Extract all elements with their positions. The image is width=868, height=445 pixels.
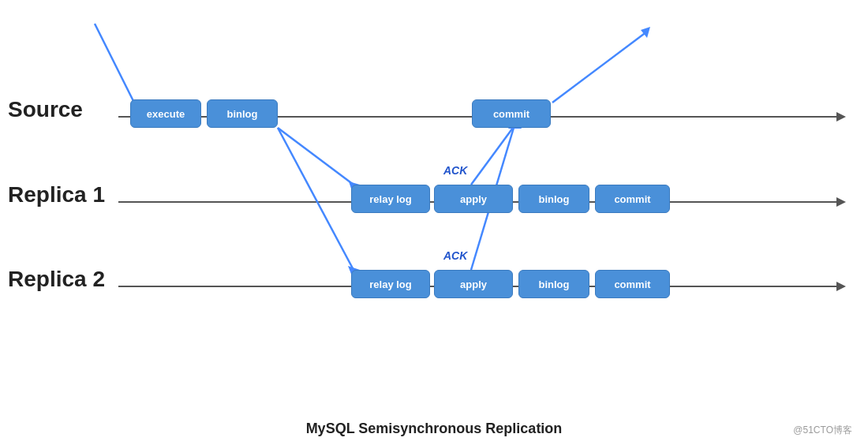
binlog-source-box: binlog bbox=[207, 99, 278, 128]
diagram: Source Replica 1 Replica 2 execute binlo… bbox=[0, 0, 868, 387]
relay-log-2-box: relay log bbox=[351, 270, 430, 298]
svg-line-8 bbox=[278, 128, 354, 185]
svg-marker-5 bbox=[836, 282, 846, 291]
commit-replica2-box: commit bbox=[595, 270, 670, 298]
apply-2-box: apply bbox=[434, 270, 513, 298]
ack-2-label: ACK bbox=[443, 249, 467, 262]
svg-line-12 bbox=[471, 128, 513, 185]
svg-marker-1 bbox=[836, 112, 846, 122]
svg-marker-17 bbox=[641, 27, 650, 38]
brand-label: @51CTO博客 bbox=[793, 424, 852, 437]
relay-log-1-box: relay log bbox=[351, 185, 430, 213]
binlog-replica1-box: binlog bbox=[518, 185, 589, 213]
replica2-label: Replica 2 bbox=[8, 267, 105, 292]
footer-title: MySQL Semisynchronous Replication bbox=[0, 421, 868, 437]
replica1-label: Replica 1 bbox=[8, 182, 105, 208]
svg-marker-3 bbox=[836, 197, 846, 207]
ack-1-label: ACK bbox=[443, 164, 467, 177]
svg-line-16 bbox=[552, 32, 647, 103]
footer: MySQL Semisynchronous Replication bbox=[0, 421, 868, 437]
source-label: Source bbox=[8, 97, 83, 122]
execute-box: execute bbox=[130, 99, 201, 128]
commit-replica1-box: commit bbox=[595, 185, 670, 213]
svg-line-6 bbox=[95, 24, 138, 110]
apply-1-box: apply bbox=[434, 185, 513, 213]
commit-source-box: commit bbox=[472, 99, 551, 128]
svg-line-10 bbox=[278, 128, 354, 270]
binlog-replica2-box: binlog bbox=[518, 270, 589, 298]
